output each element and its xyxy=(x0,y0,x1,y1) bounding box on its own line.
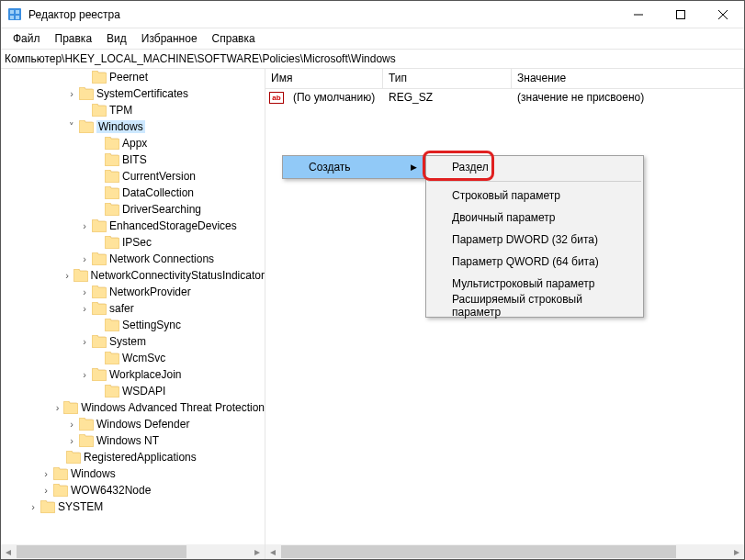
tree-label: Windows xyxy=(96,120,145,133)
folder-icon xyxy=(92,219,107,232)
scrollbar-thumb[interactable] xyxy=(17,545,186,558)
tree-item[interactable]: ›WorkplaceJoin xyxy=(1,366,265,383)
tree-item[interactable]: ˅Windows xyxy=(1,118,265,135)
ctx-submenu-item[interactable]: Мультистроковый параметр xyxy=(426,273,643,295)
folder-icon xyxy=(92,104,107,117)
ctx-submenu-item[interactable]: Расширяемый строковый параметр xyxy=(426,295,643,317)
folder-icon xyxy=(92,252,107,265)
tree-item[interactable]: ›WOW6432Node xyxy=(1,482,265,498)
tree-item[interactable]: ›Windows NT xyxy=(1,432,265,449)
tree-item[interactable]: ›SYSTEM xyxy=(1,498,265,515)
expand-icon[interactable]: › xyxy=(52,403,62,413)
folder-icon xyxy=(73,269,88,282)
ctx-create[interactable]: Создать ▶ xyxy=(283,156,424,178)
titlebar: Редактор реестра xyxy=(1,1,744,28)
tree-label: CurrentVersion xyxy=(122,170,196,183)
scrollbar-thumb[interactable] xyxy=(281,545,676,558)
scroll-left-icon[interactable]: ◂ xyxy=(265,544,280,559)
cell-type: REG_SZ xyxy=(383,91,512,104)
folder-icon xyxy=(105,385,119,398)
context-submenu: РазделСтроковый параметрДвоичный парамет… xyxy=(425,155,644,318)
tree-item[interactable]: DataCollection xyxy=(1,185,265,201)
expand-icon[interactable]: ˅ xyxy=(65,122,78,132)
close-button[interactable] xyxy=(702,1,744,28)
tree-label: WcmSvc xyxy=(122,352,165,364)
ctx-submenu-item[interactable]: Раздел xyxy=(426,156,643,178)
tree-item[interactable]: CurrentVersion xyxy=(1,168,265,185)
col-type[interactable]: Тип xyxy=(383,69,512,88)
expand-icon[interactable]: › xyxy=(40,469,52,479)
folder-icon xyxy=(79,87,94,100)
menu-help[interactable]: Справка xyxy=(206,30,262,47)
tree-item[interactable]: Appx xyxy=(1,135,265,151)
folder-icon xyxy=(53,467,68,480)
folder-icon xyxy=(79,434,94,447)
tree-label: RegisteredApplications xyxy=(84,451,197,464)
tree-item[interactable]: Peernet xyxy=(1,69,265,85)
expand-icon[interactable]: › xyxy=(65,436,78,446)
menu-view[interactable]: Вид xyxy=(100,30,133,47)
expand-icon[interactable]: › xyxy=(65,89,78,99)
menu-edit[interactable]: Правка xyxy=(49,30,99,47)
tree-item[interactable]: ›System xyxy=(1,333,265,350)
tree-item[interactable]: ›Windows Advanced Threat Protection xyxy=(1,399,265,416)
menu-favorites[interactable]: Избранное xyxy=(135,30,204,47)
ctx-create-label: Создать xyxy=(309,161,351,174)
tree-item[interactable]: RegisteredApplications xyxy=(1,449,265,465)
tree-item[interactable]: IPSec xyxy=(1,234,265,251)
tree-item[interactable]: ›Windows Defender xyxy=(1,416,265,432)
tree-item[interactable]: ›Network Connections xyxy=(1,251,265,267)
tree-item[interactable]: ›SystemCertificates xyxy=(1,85,265,102)
svg-rect-6 xyxy=(677,10,685,18)
tree-item[interactable]: BITS xyxy=(1,151,265,168)
tree-label: WorkplaceJoin xyxy=(109,368,181,381)
expand-icon[interactable]: › xyxy=(78,254,91,264)
app-icon xyxy=(8,7,23,22)
svg-rect-1 xyxy=(10,10,14,14)
tree-item[interactable]: ›EnhancedStorageDevices xyxy=(1,218,265,234)
maximize-button[interactable] xyxy=(660,1,702,28)
ctx-submenu-item[interactable]: Двоичный параметр xyxy=(426,207,643,229)
tree-item[interactable]: SettingSync xyxy=(1,317,265,333)
tree-label: EnhancedStorageDevices xyxy=(109,219,237,232)
expand-icon[interactable]: › xyxy=(40,486,52,496)
svg-rect-4 xyxy=(16,16,19,19)
col-name[interactable]: Имя xyxy=(265,69,383,88)
ctx-submenu-item[interactable]: Строковый параметр xyxy=(426,185,643,207)
expand-icon[interactable]: › xyxy=(78,221,91,231)
list-scrollbar-horizontal[interactable]: ◂ ▸ xyxy=(265,544,744,559)
expand-icon[interactable]: › xyxy=(27,502,40,512)
tree-scrollbar-horizontal[interactable]: ◂ ▸ xyxy=(1,544,265,559)
tree-item[interactable]: ›safer xyxy=(1,300,265,317)
scroll-right-icon[interactable]: ▸ xyxy=(729,544,744,559)
list-row[interactable]: ab (По умолчанию) REG_SZ (значение не пр… xyxy=(265,89,744,106)
col-data[interactable]: Значение xyxy=(512,69,744,88)
expand-icon[interactable]: › xyxy=(62,271,72,281)
tree-item[interactable]: ›NetworkConnectivityStatusIndicator xyxy=(1,267,265,284)
ctx-submenu-item[interactable]: Параметр QWORD (64 бита) xyxy=(426,251,643,273)
tree-label: safer xyxy=(109,302,134,315)
tree-item[interactable]: TPM xyxy=(1,102,265,118)
tree-item[interactable]: ›Windows xyxy=(1,465,265,482)
expand-icon[interactable]: › xyxy=(65,420,78,430)
expand-icon[interactable]: › xyxy=(78,337,91,347)
tree-label: Windows NT xyxy=(96,434,159,447)
tree-item[interactable]: ›NetworkProvider xyxy=(1,284,265,300)
tree-item[interactable]: DriverSearching xyxy=(1,201,265,218)
tree-item[interactable]: WcmSvc xyxy=(1,350,265,366)
tree-label: IPSec xyxy=(122,236,152,249)
expand-icon[interactable]: › xyxy=(78,304,91,314)
context-menu: Создать ▶ xyxy=(282,155,425,179)
scroll-right-icon[interactable]: ▸ xyxy=(250,544,265,559)
tree-label: Peernet xyxy=(109,71,148,84)
ctx-submenu-item[interactable]: Параметр DWORD (32 бита) xyxy=(426,229,643,251)
address-bar[interactable]: Компьютер\HKEY_LOCAL_MACHINE\SOFTWARE\Po… xyxy=(1,49,744,69)
expand-icon[interactable]: › xyxy=(78,370,91,380)
expand-icon[interactable]: › xyxy=(78,287,91,297)
folder-icon xyxy=(66,451,81,464)
tree-item[interactable]: WSDAPI xyxy=(1,383,265,399)
menu-file[interactable]: Файл xyxy=(6,30,47,47)
tree-label: SystemCertificates xyxy=(96,87,188,100)
scroll-left-icon[interactable]: ◂ xyxy=(1,544,16,559)
minimize-button[interactable] xyxy=(617,1,660,28)
